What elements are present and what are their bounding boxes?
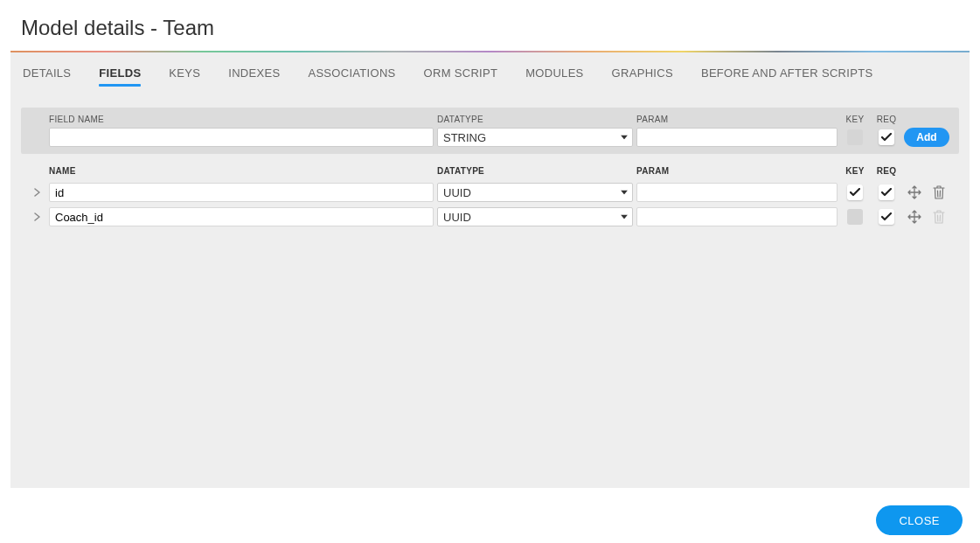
field-req-checkbox[interactable]	[879, 184, 894, 200]
tab-bar: DETAILSFIELDSKEYSINDEXESASSOCIATIONSORM …	[10, 52, 970, 92]
page-title: Model details - Team	[0, 0, 980, 51]
new-field-param-input[interactable]	[636, 128, 838, 147]
field-name-input[interactable]	[49, 183, 434, 202]
header-key: KEY	[841, 115, 869, 124]
tab-indexes[interactable]: INDEXES	[228, 66, 280, 85]
field-row: UUID	[28, 181, 952, 204]
header-req: REQ	[872, 115, 900, 124]
tab-orm-script[interactable]: ORM SCRIPT	[424, 66, 498, 85]
field-datatype-value: UUID	[437, 183, 633, 202]
field-datatype-select[interactable]: UUID	[437, 207, 633, 226]
field-key-checkbox[interactable]	[847, 209, 863, 225]
fields-panel: FIELD NAME DATATYPE PARAM KEY REQ STRING	[10, 92, 970, 240]
field-req-checkbox[interactable]	[879, 209, 894, 225]
new-field-datatype-value: STRING	[437, 128, 633, 147]
field-datatype-value: UUID	[437, 207, 633, 226]
move-icon[interactable]	[904, 210, 925, 224]
list-header-name: NAME	[49, 166, 434, 176]
header-param: PARAM	[636, 115, 838, 124]
accent-bar	[10, 51, 970, 52]
close-button[interactable]: CLOSE	[876, 505, 963, 535]
expand-icon[interactable]	[28, 212, 45, 221]
new-field-header: FIELD NAME DATATYPE PARAM KEY REQ	[28, 113, 952, 128]
field-param-input[interactable]	[636, 207, 838, 226]
new-field-row: STRING Add	[28, 128, 952, 147]
field-key-checkbox[interactable]	[847, 184, 863, 200]
new-field-name-input[interactable]	[49, 128, 434, 147]
field-row: UUID	[28, 205, 952, 228]
tab-keys[interactable]: KEYS	[169, 66, 200, 85]
header-field-name: FIELD NAME	[49, 115, 434, 124]
delete-icon	[928, 210, 949, 224]
tab-graphics[interactable]: GRAPHICS	[612, 66, 673, 85]
fields-rows: UUIDUUID	[21, 181, 959, 228]
footer-bar: CLOSE	[0, 488, 980, 543]
tab-modules[interactable]: MODULES	[525, 66, 583, 85]
move-icon[interactable]	[904, 185, 925, 199]
content-panel: DETAILSFIELDSKEYSINDEXESASSOCIATIONSORM …	[10, 51, 970, 488]
list-header-param: PARAM	[636, 166, 838, 176]
new-field-key-checkbox[interactable]	[847, 129, 863, 145]
list-header-datatype: DATATYPE	[437, 166, 633, 176]
list-header-req: REQ	[872, 166, 900, 176]
tab-fields[interactable]: FIELDS	[99, 66, 141, 85]
fields-list-header: NAME DATATYPE PARAM KEY REQ	[21, 154, 959, 181]
new-field-bar: FIELD NAME DATATYPE PARAM KEY REQ STRING	[21, 108, 959, 154]
list-header-key: KEY	[841, 166, 869, 176]
tab-associations[interactable]: ASSOCIATIONS	[308, 66, 395, 85]
field-param-input[interactable]	[636, 183, 838, 202]
add-button[interactable]: Add	[904, 128, 949, 147]
new-field-datatype-select[interactable]: STRING	[437, 128, 633, 147]
delete-icon[interactable]	[928, 185, 949, 199]
tab-before-and-after-scripts[interactable]: BEFORE AND AFTER SCRIPTS	[701, 66, 872, 85]
header-datatype: DATATYPE	[437, 115, 633, 124]
field-name-input[interactable]	[49, 207, 434, 226]
tab-details[interactable]: DETAILS	[23, 66, 71, 85]
field-datatype-select[interactable]: UUID	[437, 183, 633, 202]
expand-icon[interactable]	[28, 188, 45, 197]
new-field-req-checkbox[interactable]	[879, 129, 894, 145]
